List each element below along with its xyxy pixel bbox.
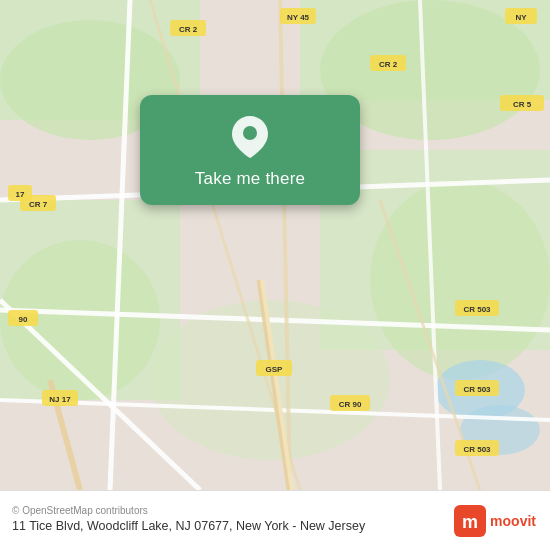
bottom-bar: © OpenStreetMap contributors 11 Tice Blv… <box>0 490 550 550</box>
svg-text:CR 503: CR 503 <box>463 445 491 454</box>
svg-text:GSP: GSP <box>266 365 284 374</box>
svg-text:NY: NY <box>515 13 527 22</box>
svg-text:17: 17 <box>16 190 25 199</box>
svg-text:NY 45: NY 45 <box>287 13 310 22</box>
svg-text:CR 2: CR 2 <box>379 60 398 69</box>
svg-text:90: 90 <box>19 315 28 324</box>
moovit-brand-text: moovit <box>490 513 536 529</box>
moovit-icon: m <box>454 505 486 537</box>
map-container: CR 2 CR 2 NY 45 CR 7 90 CR 90 NJ 17 GSP … <box>0 0 550 490</box>
take-me-there-button[interactable]: Take me there <box>140 95 360 205</box>
address-block: © OpenStreetMap contributors 11 Tice Blv… <box>12 505 365 536</box>
svg-text:CR 503: CR 503 <box>463 385 491 394</box>
svg-text:CR 503: CR 503 <box>463 305 491 314</box>
svg-text:CR 7: CR 7 <box>29 200 48 209</box>
address-text: 11 Tice Blvd, Woodcliff Lake, NJ 07677, … <box>12 518 365 536</box>
map-svg: CR 2 CR 2 NY 45 CR 7 90 CR 90 NJ 17 GSP … <box>0 0 550 490</box>
moovit-logo: m moovit <box>454 505 536 537</box>
copyright-text: © OpenStreetMap contributors <box>12 505 365 516</box>
svg-point-8 <box>370 180 550 380</box>
svg-text:CR 2: CR 2 <box>179 25 198 34</box>
take-me-there-label: Take me there <box>195 169 305 189</box>
location-pin-icon <box>226 113 274 161</box>
svg-text:CR 5: CR 5 <box>513 100 532 109</box>
svg-point-52 <box>243 126 257 140</box>
svg-text:CR 90: CR 90 <box>339 400 362 409</box>
svg-text:NJ 17: NJ 17 <box>49 395 71 404</box>
svg-text:m: m <box>462 512 478 532</box>
